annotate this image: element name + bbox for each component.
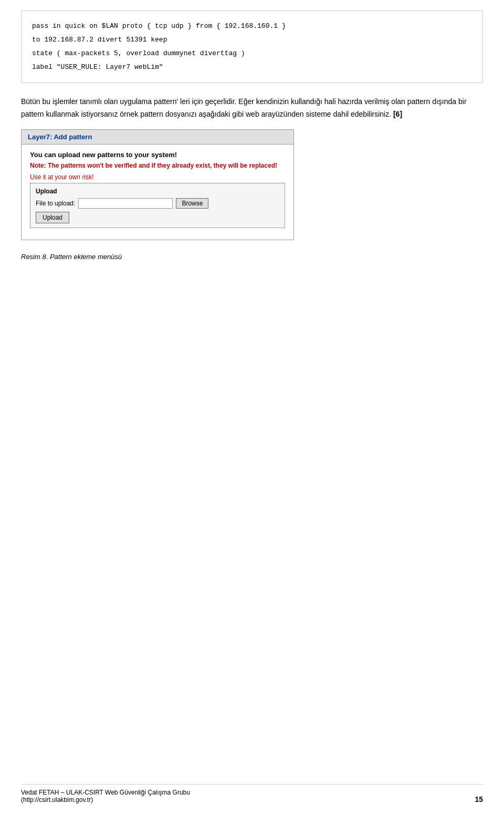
upload-button[interactable]: Upload: [36, 212, 69, 223]
file-upload-label: File to upload:: [36, 200, 75, 207]
figure-caption: Resim 8. Pattern ekleme menüsü: [21, 253, 483, 261]
code-line-4: label "USER_RULE: Layer7 webLim": [32, 60, 472, 74]
footer-left: Vedat FETAH – ULAK-CSIRT Web Güvenliği Ç…: [21, 789, 190, 803]
page-number: 15: [475, 795, 483, 803]
panel-title: Layer7: Add pattern: [22, 130, 293, 145]
upload-section-label: Upload: [36, 188, 279, 195]
code-block: pass in quick on $LAN proto { tcp udp } …: [21, 11, 483, 83]
browse-button[interactable]: Browse: [176, 198, 208, 209]
code-line-3: state ( max-packets 5, overload dummynet…: [32, 47, 472, 60]
footnote-ref: [6]: [393, 110, 402, 118]
footer-line-2: (http://csirt.ulakbim.gov.tr): [21, 796, 190, 803]
file-upload-row: File to upload: Browse: [36, 198, 279, 209]
screenshot-panel: Layer7: Add pattern You can upload new p…: [21, 129, 294, 240]
panel-subtitle: You can upload new patterns to your syst…: [30, 151, 285, 159]
panel-note-1: Note: The patterns won't be verified and…: [30, 162, 285, 169]
upload-section: Upload File to upload: Browse Upload: [30, 183, 285, 228]
footer-line-1: Vedat FETAH – ULAK-CSIRT Web Güvenliği Ç…: [21, 789, 190, 796]
body-paragraph: Bütün bu işlemler tanımlı olan uygulama …: [21, 96, 483, 121]
file-input[interactable]: [78, 198, 173, 209]
panel-note-2: Use it at your own risk!: [30, 173, 285, 181]
page-footer: Vedat FETAH – ULAK-CSIRT Web Güvenliği Ç…: [21, 784, 483, 803]
code-line-2: to 192.168.87.2 divert 51391 keep: [32, 33, 472, 47]
code-line-1: pass in quick on $LAN proto { tcp udp } …: [32, 19, 472, 33]
